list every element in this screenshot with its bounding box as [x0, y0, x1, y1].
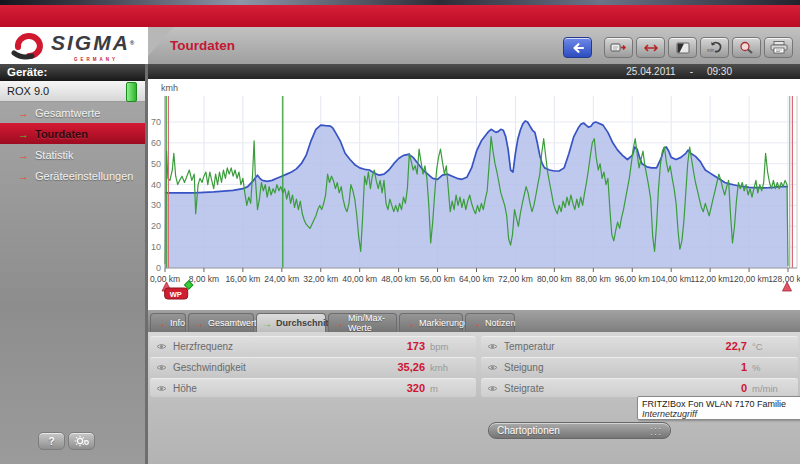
- stat-value: 35,26: [397, 361, 425, 373]
- svg-text:40,00 km: 40,00 km: [342, 274, 377, 284]
- stat-row-steigung: Steigung1%: [481, 357, 798, 376]
- svg-text:96,00 km: 96,00 km: [615, 274, 650, 284]
- stat-value: 320: [407, 382, 425, 394]
- send-to-device-button[interactable]: [604, 37, 633, 58]
- eye-icon[interactable]: [487, 342, 498, 351]
- svg-text:0,00 km: 0,00 km: [150, 274, 180, 284]
- sidebar-item-gesamtwerte[interactable]: →Gesamtwerte: [0, 102, 145, 123]
- svg-text:50: 50: [151, 159, 161, 169]
- devices-header: Geräte:: [0, 64, 145, 81]
- arrow-icon: →: [405, 318, 415, 329]
- zoom-button[interactable]: [732, 37, 761, 58]
- fitwidth-icon: [643, 42, 659, 54]
- brand-subtitle: GERMANY: [74, 57, 118, 62]
- arrow-icon: →: [18, 170, 29, 182]
- sidebar-item-ger-teeinstellungen[interactable]: →Geräteeinstellungen: [0, 165, 145, 186]
- svg-text:60: 60: [151, 138, 161, 148]
- eye-icon[interactable]: [156, 342, 167, 351]
- stat-label: Geschwindigkeit: [173, 362, 246, 373]
- eye-icon[interactable]: [156, 363, 167, 372]
- device-name: ROX 9.0: [7, 85, 49, 97]
- tab-min-max-werte[interactable]: →Min/Max-Werte: [328, 313, 397, 332]
- sigma-logo-icon: [10, 30, 46, 64]
- svg-text:WP: WP: [170, 290, 182, 299]
- arrow-icon: →: [194, 318, 204, 329]
- more-dots-icon: ······: [650, 425, 662, 437]
- stat-unit: bpm: [430, 341, 470, 352]
- svg-text:0: 0: [156, 263, 161, 273]
- stat-unit: m/min: [752, 383, 792, 394]
- svg-text:16,00 km: 16,00 km: [225, 274, 260, 284]
- reset-min-button[interactable]: min: [700, 37, 729, 58]
- sidebar-item-label: Statistik: [35, 149, 74, 161]
- fit-width-button[interactable]: [636, 37, 665, 58]
- svg-text:70: 70: [151, 117, 161, 127]
- arrow-icon: →: [18, 107, 29, 119]
- eye-icon[interactable]: [487, 384, 498, 393]
- sidebar-item-label: Geräteeinstellungen: [35, 170, 133, 182]
- arrow-icon: →: [18, 149, 29, 161]
- arrow-icon: →: [262, 318, 272, 329]
- stat-row-steigrate: Steigrate0m/min: [481, 378, 798, 397]
- gears-icon: [74, 435, 90, 447]
- stat-value: 0: [741, 382, 747, 394]
- stat-value: 173: [407, 340, 425, 352]
- sidebar-item-label: Tourdaten: [35, 128, 88, 140]
- sidebar-item-tourdaten[interactable]: →Tourdaten: [0, 123, 145, 144]
- sidebar: Geräte: ROX 9.0 →Gesamtwerte→Tourdaten→S…: [0, 64, 148, 464]
- contrast-view-button[interactable]: [668, 37, 697, 58]
- tour-date: 25.04.2011: [626, 66, 675, 77]
- svg-text:120,00 km: 120,00 km: [729, 274, 769, 284]
- app-window: SIGMA® GERMANY Tourdaten min Geräte: ROX…: [0, 0, 800, 464]
- eye-icon[interactable]: [156, 384, 167, 393]
- stat-label: Temperatur: [504, 341, 555, 352]
- svg-text:128,00 km: 128,00 km: [768, 274, 800, 284]
- eye-icon[interactable]: [487, 363, 498, 372]
- stat-unit: %: [752, 362, 792, 373]
- tab-gesamtwerte[interactable]: →Gesamtwerte: [188, 313, 254, 332]
- tour-chart[interactable]: 010203040506070kmh0,00 km8,00 km16,00 km…: [148, 79, 800, 310]
- svg-text:32,00 km: 32,00 km: [303, 274, 338, 284]
- stat-value: 1: [741, 361, 747, 373]
- settings-button[interactable]: [68, 432, 95, 450]
- tab-notizen[interactable]: →Notizen: [465, 313, 515, 332]
- network-tooltip: FRITZ!Box Fon WLAN 7170 Familie Internet…: [637, 396, 800, 420]
- registered-mark: ®: [130, 40, 136, 46]
- print-button[interactable]: [764, 37, 793, 58]
- resetmin-icon: min: [706, 41, 723, 54]
- back-button[interactable]: [563, 37, 592, 58]
- svg-text:20: 20: [151, 221, 161, 231]
- svg-text:80,00 km: 80,00 km: [537, 274, 572, 284]
- page-title: Tourdaten: [170, 38, 235, 53]
- svg-text:min: min: [707, 48, 715, 53]
- device-item-rox9[interactable]: ROX 9.0: [0, 81, 145, 102]
- help-button[interactable]: ?: [38, 432, 65, 450]
- tab-info[interactable]: →Info: [150, 313, 186, 332]
- stat-unit: m: [430, 383, 470, 394]
- print-icon: [770, 41, 788, 54]
- sidebar-item-statistik[interactable]: →Statistik: [0, 144, 145, 165]
- stat-label: Höhe: [173, 383, 197, 394]
- stat-row-geschwindigkeit: Geschwindigkeit35,26kmh: [150, 357, 476, 376]
- tab-label: Gesamtwerte: [208, 318, 262, 328]
- tab-markierungen[interactable]: →Markierungen: [399, 313, 463, 332]
- tour-datebar: 25.04.2011 - 09:30: [148, 64, 800, 79]
- stat-row-temperatur: Temperatur22,7°C: [481, 336, 798, 355]
- svg-text:72,00 km: 72,00 km: [498, 274, 533, 284]
- tab-label: Durchschnitt: [276, 318, 332, 328]
- svg-text:112,00 km: 112,00 km: [691, 274, 730, 284]
- svg-text:64,00 km: 64,00 km: [459, 274, 494, 284]
- tour-time: 09:30: [707, 66, 732, 77]
- svg-text:kmh: kmh: [161, 83, 178, 93]
- svg-text:24,00 km: 24,00 km: [264, 274, 299, 284]
- help-label: ?: [48, 436, 54, 447]
- arrow-icon: →: [334, 318, 344, 329]
- back-icon: [570, 41, 586, 55]
- chart-options-button[interactable]: Chartoptionen ······: [488, 422, 671, 439]
- logo-panel: SIGMA® GERMANY: [0, 27, 148, 64]
- detail-tabbar: →Info→Gesamtwerte→Durchschnitt→Min/Max-W…: [148, 310, 800, 332]
- stat-unit: °C: [752, 341, 792, 352]
- stat-row-herzfrequenz: Herzfrequenz173bpm: [150, 336, 476, 355]
- tooltip-line2: Internetzugriff: [642, 409, 800, 419]
- tab-durchschnitt[interactable]: →Durchschnitt: [256, 313, 326, 332]
